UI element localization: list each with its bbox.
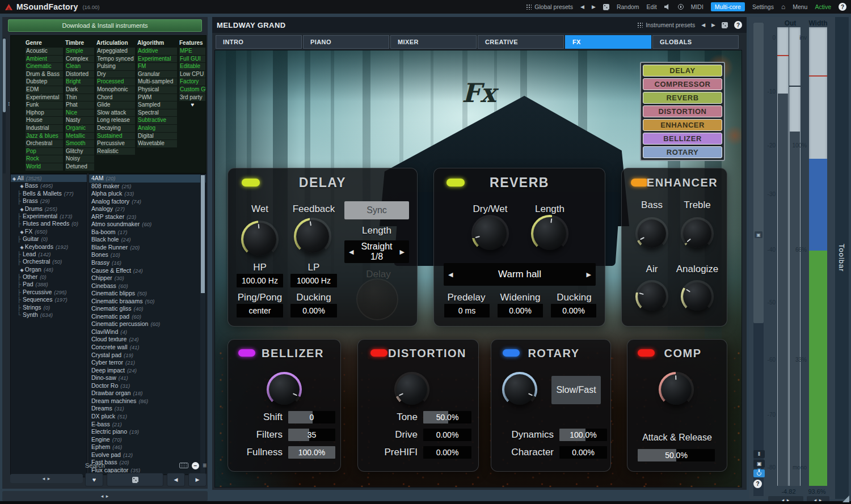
tree-item-flutes-and-reeds[interactable]: ├ Flutes and Reeds(0): [11, 220, 87, 227]
distortion-knob[interactable]: [394, 372, 429, 407]
preset-item[interactable]: Analogy(27): [89, 205, 206, 213]
ducking-value[interactable]: 0.00%: [290, 304, 337, 317]
filter-item[interactable]: Nice: [65, 109, 94, 117]
fx-chain-item-reverb[interactable]: REVERB: [643, 92, 722, 104]
tree-expand-icon[interactable]: ◈: [20, 207, 24, 212]
tab-piano[interactable]: PIANO: [303, 35, 389, 49]
tree-item-pad[interactable]: ├ Pad(388): [11, 281, 87, 288]
edit-button[interactable]: Edit: [647, 3, 657, 10]
param-value[interactable]: 0.00%: [559, 446, 607, 459]
random-preset-button[interactable]: [107, 473, 163, 486]
instrument-next-button[interactable]: ▶: [711, 22, 715, 28]
preset-item[interactable]: Ba-boom(17): [89, 228, 206, 236]
reverb-preset-selector[interactable]: ◀ Warm hall ▶: [444, 263, 596, 286]
preset-item[interactable]: Evolve pad(12): [89, 451, 206, 459]
sidebar-resize-handle[interactable]: ◂ ▸: [2, 491, 208, 501]
list-menu-button[interactable]: ≡: [203, 461, 207, 469]
preset-prev-button[interactable]: ◀: [580, 4, 584, 10]
filter-item[interactable]: Glide: [96, 101, 135, 109]
filter-item[interactable]: Chord: [96, 94, 135, 101]
preset-item[interactable]: Drawbar organ(18): [89, 389, 206, 397]
filter-item[interactable]: Additive: [137, 48, 177, 55]
download-install-button[interactable]: Download & Install instruments: [8, 19, 202, 32]
prev-preset-button[interactable]: ◀: [167, 473, 185, 486]
filter-item[interactable]: Custom GUI: [179, 86, 205, 94]
pingpong-value[interactable]: center: [237, 304, 283, 317]
tree-item-drums[interactable]: ◈Drums(255): [11, 205, 87, 213]
hp-value[interactable]: 100.00 Hz: [237, 274, 283, 287]
param-value[interactable]: 100.0%: [288, 446, 335, 459]
preset-item[interactable]: Engine(70): [89, 436, 206, 444]
filter-item[interactable]: EDM: [26, 86, 63, 94]
lp-value[interactable]: 10000 Hz: [290, 274, 337, 287]
preset-item[interactable]: 808 maker(25): [89, 183, 206, 190]
tree-item-all[interactable]: ◈All(3525): [11, 175, 87, 182]
preset-item[interactable]: Bones(10): [89, 251, 206, 259]
filter-item[interactable]: Detuned: [65, 163, 94, 171]
filter-item[interactable]: Slow attack: [96, 109, 135, 117]
filter-item[interactable]: Cinematic: [26, 63, 63, 70]
clear-search-button[interactable]: −: [192, 462, 199, 469]
preset-item[interactable]: Ephem(46): [89, 443, 206, 451]
length-selector[interactable]: ◀ Straight1/8 ▶: [344, 240, 409, 263]
bellizer-knob[interactable]: [267, 372, 302, 407]
tree-item-synth[interactable]: └ Synth(634): [11, 311, 87, 319]
random-button[interactable]: Random: [617, 3, 639, 10]
tuner-button[interactable]: [678, 4, 684, 10]
tab-intro[interactable]: INTRO: [216, 35, 302, 49]
filter-item[interactable]: Simple: [65, 48, 94, 55]
preset-item[interactable]: Dream machines(86): [89, 397, 206, 405]
filter-item[interactable]: Smooth: [65, 140, 94, 147]
filter-item[interactable]: ♥: [179, 101, 205, 109]
preset-item[interactable]: Cause & Effect(24): [89, 267, 206, 275]
preset-item[interactable]: Chipper(30): [89, 274, 206, 282]
fx-chain-item-distortion[interactable]: DISTORTION: [643, 105, 722, 117]
tree-item-guitar[interactable]: ├ Guitar(0): [11, 235, 87, 243]
slow-fast-toggle[interactable]: Slow/Fast: [551, 376, 601, 404]
preset-item[interactable]: Brassy(16): [89, 259, 206, 267]
meter-zoom-slider[interactable]: ▣: [753, 23, 764, 496]
popup-window-button[interactable]: ▣: [753, 460, 765, 468]
preset-next-button[interactable]: ▶: [592, 4, 596, 10]
filter-item[interactable]: Experimental: [26, 94, 63, 101]
tree-item-fx[interactable]: ◈FX(650): [11, 228, 87, 235]
filter-item[interactable]: Metallic: [65, 133, 94, 140]
multicore-toggle[interactable]: Multi-core: [711, 2, 745, 11]
tab-mixer[interactable]: MIXER: [390, 35, 477, 49]
filter-item[interactable]: Subtractive: [137, 117, 177, 124]
filter-item[interactable]: Multi-sampled: [137, 78, 177, 86]
preset-item[interactable]: Cinematic percussion(60): [89, 320, 206, 328]
preset-item[interactable]: Cinematic gliss(40): [89, 305, 206, 313]
tree-item-lead[interactable]: ├ Lead(142): [11, 251, 87, 258]
fx-chain-item-delay[interactable]: DELAY: [643, 65, 722, 77]
tab-creative[interactable]: CREATIVE: [478, 35, 564, 49]
tree-item-orchestral[interactable]: ├ Orchestral(50): [11, 258, 87, 265]
filter-item[interactable]: Percussive: [96, 140, 135, 147]
filter-item[interactable]: Complex: [65, 56, 94, 63]
next-length-arrow[interactable]: ▶: [400, 248, 405, 256]
filter-item[interactable]: Dry: [96, 71, 135, 78]
preset-item[interactable]: Cinematic braaams(50): [89, 298, 206, 306]
preset-item[interactable]: Crystal pad(19): [89, 351, 206, 359]
tree-item-percussive[interactable]: ├ Percussive(295): [11, 289, 87, 296]
feedback-knob[interactable]: [294, 218, 331, 255]
preset-item[interactable]: 4AM(20): [89, 175, 206, 183]
filter-item[interactable]: Sustained: [96, 133, 135, 140]
filter-item[interactable]: Pulsing: [96, 63, 135, 70]
tree-item-other[interactable]: ├ Other(0): [11, 273, 87, 281]
tree-expand-icon[interactable]: ◈: [20, 268, 24, 273]
preset-item[interactable]: Atmo soundmaker(60): [89, 221, 206, 228]
rotary-knob[interactable]: [502, 372, 537, 407]
param-value[interactable]: 50.0%: [423, 411, 471, 423]
tree-item-strings[interactable]: ├ Strings(0): [11, 304, 87, 311]
ducking-value[interactable]: 0.00%: [551, 304, 596, 317]
filter-item[interactable]: Ambient: [26, 56, 63, 63]
param-value[interactable]: 35: [288, 429, 335, 441]
meter-image-icon[interactable]: ▣: [755, 231, 762, 238]
filter-item[interactable]: Thin: [65, 94, 94, 101]
widening-value[interactable]: 0.00%: [498, 304, 543, 317]
meter-help-button[interactable]: ?: [753, 480, 762, 488]
tree-item-brass[interactable]: ├ Brass(29): [11, 197, 87, 205]
treble-knob[interactable]: [681, 217, 714, 250]
param-value[interactable]: 0: [288, 411, 335, 423]
